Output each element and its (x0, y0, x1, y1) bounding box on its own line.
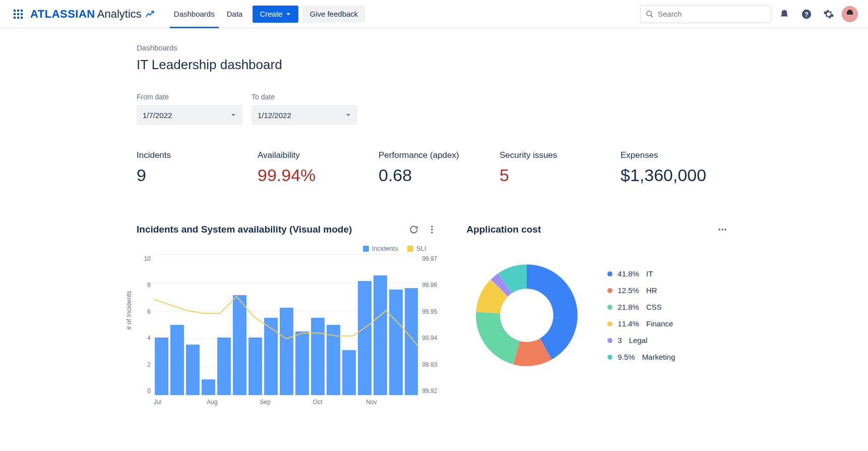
nav-dashboards[interactable]: Dashboards (168, 0, 221, 28)
more-vertical-icon[interactable] (423, 220, 441, 239)
legend-item: 41.8% IT (607, 269, 675, 278)
kpi-label: Incidents (137, 150, 247, 160)
to-date-label: To date (252, 93, 357, 101)
legend-label: Finance (646, 319, 673, 328)
kpi-card: Availaibility99.94% (258, 150, 368, 185)
search-input[interactable] (657, 9, 766, 19)
chart-icon (145, 9, 156, 20)
legend-pct: 12.5% (617, 286, 639, 295)
legend-item: 12.5% HR (607, 286, 675, 295)
avatar[interactable] (842, 6, 858, 22)
to-date-value: 1/12/2022 (258, 111, 291, 120)
refresh-icon[interactable] (405, 220, 423, 239)
chevron-down-icon (285, 11, 291, 17)
notifications-icon[interactable] (775, 5, 793, 23)
svg-text:?: ? (804, 10, 809, 18)
from-date-value: 1/7/2022 (143, 111, 172, 120)
kpi-value: 5 (500, 165, 610, 185)
incidents-panel: Incidents and System availability (Visua… (137, 220, 441, 406)
more-horizontal-icon[interactable] (713, 220, 731, 239)
kpi-value: $1,360,000 (621, 165, 731, 185)
svg-rect-2 (21, 10, 23, 12)
feedback-label: Give feedback (309, 10, 358, 18)
from-date-filter: From date 1/7/2022 (137, 93, 242, 125)
kpi-row: Incidents9Availaibility99.94%Performance… (137, 150, 731, 185)
legend-item: 11.4% Finance (607, 319, 675, 328)
legend-label: IT (646, 269, 653, 278)
kpi-card: Security issues5 (500, 150, 610, 185)
kpi-label: Performance (apdex) (379, 150, 489, 160)
page: Dashboards IT Leadership dashboard From … (132, 28, 736, 426)
from-date-label: From date (137, 93, 242, 101)
from-date-select[interactable]: 1/7/2022 (137, 105, 242, 125)
legend-label: Legal (629, 336, 648, 345)
y-right-axis: 99.9799.9699.9599.9499.9399.92 (419, 254, 441, 396)
brand-secondary: Analytics (97, 8, 142, 21)
legend-pct: 21.8% (617, 303, 639, 311)
legend-label: Marketing (642, 353, 675, 361)
svg-point-9 (647, 11, 651, 16)
nav-label: Dashboards (174, 10, 215, 18)
svg-rect-5 (21, 13, 23, 15)
legend-item: 3 Legal (607, 336, 675, 345)
feedback-button[interactable]: Give feedback (302, 6, 365, 23)
legend-pct: 9.5% (617, 353, 635, 361)
plot-area (154, 254, 419, 396)
svg-rect-1 (17, 10, 19, 12)
appcost-panel: Application cost 41.8% IT12.5% HR21.8% C… (466, 220, 731, 406)
svg-point-15 (848, 12, 849, 13)
svg-rect-0 (14, 10, 16, 12)
brand[interactable]: ATLASSIAN Analytics (30, 8, 156, 21)
legend-pct: 11.4% (617, 319, 639, 328)
svg-rect-6 (14, 17, 16, 19)
legend-label: HR (646, 286, 657, 295)
svg-point-21 (721, 229, 723, 230)
y-left-axis: 1086420 (137, 254, 154, 396)
incidents-legend: Incidents SLI (137, 245, 426, 252)
nav-label: Data (227, 10, 243, 18)
kpi-label: Availaibility (258, 150, 368, 160)
kpi-label: Security issues (500, 150, 610, 160)
kpi-value: 99.94% (258, 165, 368, 185)
topbar: ATLASSIAN Analytics Dashboards Data Crea… (0, 0, 868, 28)
x-axis: JulAugSepOctNov (154, 399, 419, 406)
donut-slice (476, 312, 520, 364)
svg-point-20 (719, 229, 720, 230)
search-box[interactable] (640, 5, 771, 23)
brand-primary: ATLASSIAN (30, 8, 95, 21)
svg-rect-4 (17, 13, 19, 15)
legend-line: SLI (416, 245, 426, 252)
chevron-down-icon (345, 112, 351, 118)
donut-chart (466, 255, 587, 376)
svg-point-16 (851, 12, 852, 13)
svg-line-10 (651, 15, 653, 17)
create-button[interactable]: Create (253, 6, 298, 23)
kpi-card: Incidents9 (137, 150, 247, 185)
kpi-card: Expenses$1,360,000 (621, 150, 731, 185)
to-date-select[interactable]: 1/12/2022 (252, 105, 357, 125)
appcost-title: Application cost (466, 224, 713, 235)
svg-point-19 (431, 232, 433, 233)
date-filters: From date 1/7/2022 To date 1/12/2022 (137, 93, 731, 125)
kpi-label: Expenses (621, 150, 731, 160)
legend-label: CSS (646, 303, 662, 311)
legend-pct: 3 (617, 336, 622, 345)
svg-rect-3 (14, 13, 16, 15)
nav-data[interactable]: Data (221, 0, 249, 28)
settings-icon[interactable] (820, 5, 838, 23)
legend-item: 9.5% Marketing (607, 353, 675, 361)
svg-rect-8 (21, 17, 23, 19)
legend-pct: 41.8% (617, 269, 639, 278)
legend-bars: Incidents (372, 245, 398, 252)
primary-nav: Dashboards Data (168, 0, 249, 28)
help-icon[interactable]: ? (797, 5, 816, 23)
kpi-value: 9 (137, 165, 247, 185)
legend-item: 21.8% CSS (607, 303, 675, 311)
y-left-label: # of Incidents (125, 291, 133, 329)
svg-point-18 (431, 229, 433, 230)
incidents-title: Incidents and System availability (Visua… (137, 224, 405, 235)
app-switcher-icon[interactable] (10, 6, 26, 22)
page-title: IT Leadership dashboard (137, 57, 731, 73)
incidents-chart: # of Incidents 1086420 99.9799.9699.9599… (137, 254, 441, 406)
breadcrumb[interactable]: Dashboards (137, 43, 731, 52)
